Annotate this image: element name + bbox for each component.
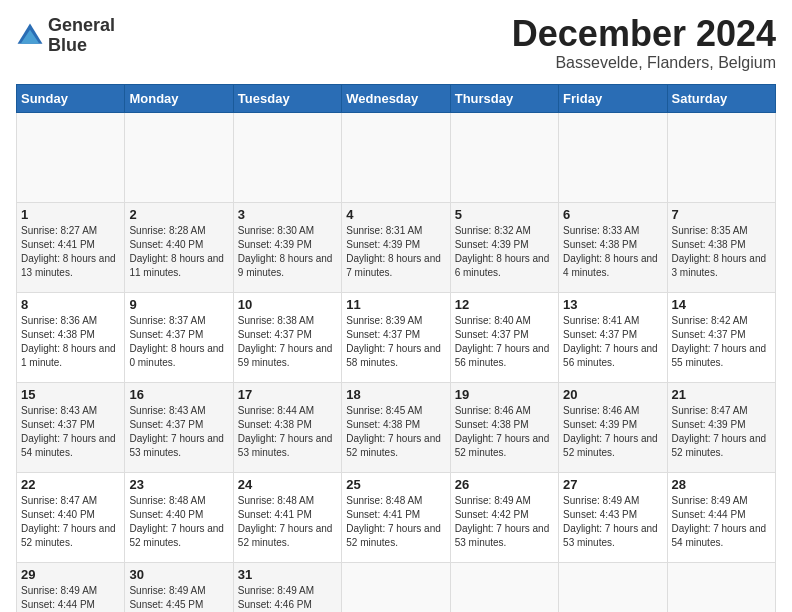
header-day-sunday: Sunday xyxy=(17,85,125,113)
day-number: 31 xyxy=(238,567,337,582)
day-number: 24 xyxy=(238,477,337,492)
calendar-cell: 10 Sunrise: 8:38 AMSunset: 4:37 PMDaylig… xyxy=(233,293,341,383)
cell-text: Sunrise: 8:44 AMSunset: 4:38 PMDaylight:… xyxy=(238,405,333,458)
header-day-saturday: Saturday xyxy=(667,85,775,113)
day-number: 6 xyxy=(563,207,662,222)
calendar-cell: 14 Sunrise: 8:42 AMSunset: 4:37 PMDaylig… xyxy=(667,293,775,383)
calendar-cell xyxy=(559,563,667,613)
calendar-cell: 2 Sunrise: 8:28 AMSunset: 4:40 PMDayligh… xyxy=(125,203,233,293)
day-number: 17 xyxy=(238,387,337,402)
calendar-cell: 27 Sunrise: 8:49 AMSunset: 4:43 PMDaylig… xyxy=(559,473,667,563)
calendar-week-4: 22 Sunrise: 8:47 AMSunset: 4:40 PMDaylig… xyxy=(17,473,776,563)
day-number: 14 xyxy=(672,297,771,312)
cell-text: Sunrise: 8:46 AMSunset: 4:38 PMDaylight:… xyxy=(455,405,550,458)
day-number: 9 xyxy=(129,297,228,312)
cell-text: Sunrise: 8:47 AMSunset: 4:39 PMDaylight:… xyxy=(672,405,767,458)
day-number: 1 xyxy=(21,207,120,222)
calendar-cell: 25 Sunrise: 8:48 AMSunset: 4:41 PMDaylig… xyxy=(342,473,450,563)
day-number: 2 xyxy=(129,207,228,222)
day-number: 8 xyxy=(21,297,120,312)
page-header: General Blue December 2024 Bassevelde, F… xyxy=(16,16,776,72)
day-number: 5 xyxy=(455,207,554,222)
cell-text: Sunrise: 8:41 AMSunset: 4:37 PMDaylight:… xyxy=(563,315,658,368)
cell-text: Sunrise: 8:49 AMSunset: 4:45 PMDaylight:… xyxy=(129,585,224,612)
calendar-table: SundayMondayTuesdayWednesdayThursdayFrid… xyxy=(16,84,776,612)
calendar-week-3: 15 Sunrise: 8:43 AMSunset: 4:37 PMDaylig… xyxy=(17,383,776,473)
calendar-cell: 3 Sunrise: 8:30 AMSunset: 4:39 PMDayligh… xyxy=(233,203,341,293)
day-number: 11 xyxy=(346,297,445,312)
day-number: 13 xyxy=(563,297,662,312)
day-number: 3 xyxy=(238,207,337,222)
cell-text: Sunrise: 8:43 AMSunset: 4:37 PMDaylight:… xyxy=(21,405,116,458)
cell-text: Sunrise: 8:40 AMSunset: 4:37 PMDaylight:… xyxy=(455,315,550,368)
calendar-cell xyxy=(450,563,558,613)
header-day-tuesday: Tuesday xyxy=(233,85,341,113)
cell-text: Sunrise: 8:28 AMSunset: 4:40 PMDaylight:… xyxy=(129,225,224,278)
calendar-cell: 7 Sunrise: 8:35 AMSunset: 4:38 PMDayligh… xyxy=(667,203,775,293)
calendar-cell xyxy=(342,563,450,613)
cell-text: Sunrise: 8:43 AMSunset: 4:37 PMDaylight:… xyxy=(129,405,224,458)
day-number: 25 xyxy=(346,477,445,492)
day-number: 22 xyxy=(21,477,120,492)
calendar-cell xyxy=(17,113,125,203)
cell-text: Sunrise: 8:36 AMSunset: 4:38 PMDaylight:… xyxy=(21,315,116,368)
location-title: Bassevelde, Flanders, Belgium xyxy=(512,54,776,72)
calendar-cell: 28 Sunrise: 8:49 AMSunset: 4:44 PMDaylig… xyxy=(667,473,775,563)
cell-text: Sunrise: 8:47 AMSunset: 4:40 PMDaylight:… xyxy=(21,495,116,548)
cell-text: Sunrise: 8:39 AMSunset: 4:37 PMDaylight:… xyxy=(346,315,441,368)
calendar-cell xyxy=(559,113,667,203)
calendar-cell xyxy=(667,113,775,203)
calendar-cell: 1 Sunrise: 8:27 AMSunset: 4:41 PMDayligh… xyxy=(17,203,125,293)
calendar-cell xyxy=(342,113,450,203)
day-number: 26 xyxy=(455,477,554,492)
calendar-cell: 30 Sunrise: 8:49 AMSunset: 4:45 PMDaylig… xyxy=(125,563,233,613)
day-number: 21 xyxy=(672,387,771,402)
calendar-week-5: 29 Sunrise: 8:49 AMSunset: 4:44 PMDaylig… xyxy=(17,563,776,613)
calendar-cell: 12 Sunrise: 8:40 AMSunset: 4:37 PMDaylig… xyxy=(450,293,558,383)
title-section: December 2024 Bassevelde, Flanders, Belg… xyxy=(512,16,776,72)
cell-text: Sunrise: 8:48 AMSunset: 4:41 PMDaylight:… xyxy=(238,495,333,548)
cell-text: Sunrise: 8:46 AMSunset: 4:39 PMDaylight:… xyxy=(563,405,658,458)
day-number: 7 xyxy=(672,207,771,222)
calendar-cell: 5 Sunrise: 8:32 AMSunset: 4:39 PMDayligh… xyxy=(450,203,558,293)
cell-text: Sunrise: 8:45 AMSunset: 4:38 PMDaylight:… xyxy=(346,405,441,458)
calendar-cell: 17 Sunrise: 8:44 AMSunset: 4:38 PMDaylig… xyxy=(233,383,341,473)
logo: General Blue xyxy=(16,16,115,56)
logo-icon xyxy=(16,22,44,50)
calendar-cell: 29 Sunrise: 8:49 AMSunset: 4:44 PMDaylig… xyxy=(17,563,125,613)
header-row: SundayMondayTuesdayWednesdayThursdayFrid… xyxy=(17,85,776,113)
header-day-wednesday: Wednesday xyxy=(342,85,450,113)
calendar-cell: 4 Sunrise: 8:31 AMSunset: 4:39 PMDayligh… xyxy=(342,203,450,293)
calendar-cell: 16 Sunrise: 8:43 AMSunset: 4:37 PMDaylig… xyxy=(125,383,233,473)
header-day-friday: Friday xyxy=(559,85,667,113)
day-number: 19 xyxy=(455,387,554,402)
calendar-cell xyxy=(667,563,775,613)
calendar-cell: 13 Sunrise: 8:41 AMSunset: 4:37 PMDaylig… xyxy=(559,293,667,383)
cell-text: Sunrise: 8:33 AMSunset: 4:38 PMDaylight:… xyxy=(563,225,658,278)
calendar-cell: 21 Sunrise: 8:47 AMSunset: 4:39 PMDaylig… xyxy=(667,383,775,473)
header-day-thursday: Thursday xyxy=(450,85,558,113)
day-number: 18 xyxy=(346,387,445,402)
calendar-cell: 18 Sunrise: 8:45 AMSunset: 4:38 PMDaylig… xyxy=(342,383,450,473)
calendar-cell: 8 Sunrise: 8:36 AMSunset: 4:38 PMDayligh… xyxy=(17,293,125,383)
header-day-monday: Monday xyxy=(125,85,233,113)
cell-text: Sunrise: 8:37 AMSunset: 4:37 PMDaylight:… xyxy=(129,315,224,368)
calendar-cell: 23 Sunrise: 8:48 AMSunset: 4:40 PMDaylig… xyxy=(125,473,233,563)
cell-text: Sunrise: 8:35 AMSunset: 4:38 PMDaylight:… xyxy=(672,225,767,278)
cell-text: Sunrise: 8:31 AMSunset: 4:39 PMDaylight:… xyxy=(346,225,441,278)
cell-text: Sunrise: 8:49 AMSunset: 4:44 PMDaylight:… xyxy=(672,495,767,548)
day-number: 16 xyxy=(129,387,228,402)
cell-text: Sunrise: 8:49 AMSunset: 4:46 PMDaylight:… xyxy=(238,585,333,612)
logo-text: General Blue xyxy=(48,16,115,56)
cell-text: Sunrise: 8:49 AMSunset: 4:42 PMDaylight:… xyxy=(455,495,550,548)
calendar-week-1: 1 Sunrise: 8:27 AMSunset: 4:41 PMDayligh… xyxy=(17,203,776,293)
day-number: 27 xyxy=(563,477,662,492)
month-title: December 2024 xyxy=(512,16,776,52)
calendar-cell xyxy=(450,113,558,203)
cell-text: Sunrise: 8:42 AMSunset: 4:37 PMDaylight:… xyxy=(672,315,767,368)
cell-text: Sunrise: 8:32 AMSunset: 4:39 PMDaylight:… xyxy=(455,225,550,278)
calendar-cell xyxy=(125,113,233,203)
cell-text: Sunrise: 8:49 AMSunset: 4:43 PMDaylight:… xyxy=(563,495,658,548)
calendar-cell: 20 Sunrise: 8:46 AMSunset: 4:39 PMDaylig… xyxy=(559,383,667,473)
calendar-cell: 11 Sunrise: 8:39 AMSunset: 4:37 PMDaylig… xyxy=(342,293,450,383)
